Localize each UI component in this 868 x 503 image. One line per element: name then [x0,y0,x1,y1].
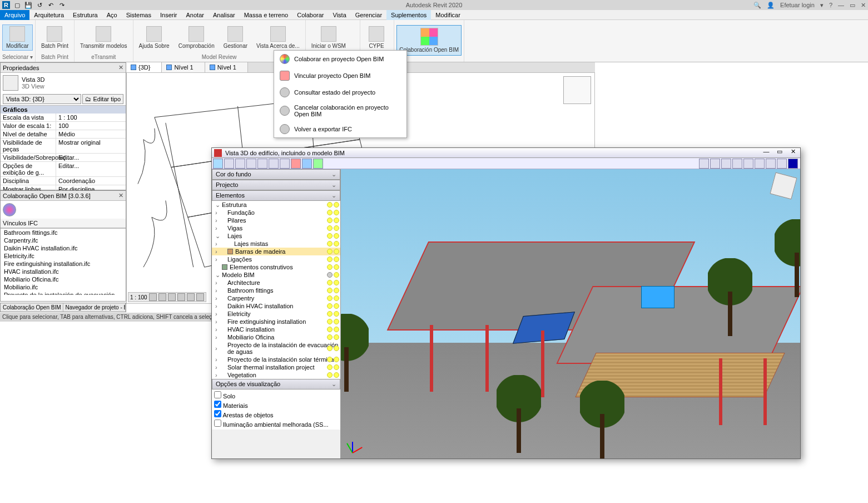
tree-node[interactable]: ›Eletricity [212,310,340,318]
login-label[interactable]: Efetuar login [780,2,815,8]
menu-anotar[interactable]: Anotar [182,10,209,20]
ifc-link-item[interactable]: HVAC installation.ifc [1,268,126,275]
tree-node[interactable]: ›Mobiliario Oficina [212,333,340,341]
home-icon[interactable] [699,159,709,169]
viewcube[interactable] [770,172,797,200]
menu-gerenciar[interactable]: Gerenciar [351,10,386,20]
snapshot-icon[interactable] [766,159,776,169]
ribbon-iniciar-o-wsm[interactable]: Iniciar o WSM [308,25,349,50]
maximize-icon[interactable]: ▭ [773,148,786,157]
tree-node[interactable]: ›Carpentry [212,294,340,302]
ribbon-modificar[interactable]: Modificar [2,24,33,51]
print-icon[interactable] [755,159,765,169]
scale-label[interactable]: 1 : 100 [130,294,147,300]
tree-node[interactable]: ›Vigas [212,224,340,232]
zoom-icon[interactable] [732,159,742,169]
redo-icon[interactable]: ↷ [58,1,66,9]
ribbon-transmitir-modelos[interactable]: Transmitir modelos [77,25,131,50]
ifc-link-item[interactable]: Eletricity.ifc [1,252,126,260]
menu-sistemas[interactable]: Sistemas [122,10,156,20]
tree-node[interactable]: ›Architecture [212,279,340,287]
ifc-link-item[interactable]: Carpentry.ifc [1,236,126,244]
close-icon[interactable]: ✕ [118,192,123,199]
tree-node[interactable]: ›Lajes mistas [212,240,340,248]
maximize-icon[interactable]: ▭ [850,2,855,9]
prop-row[interactable]: DisciplinaCoordenação [1,177,126,185]
ifc-link-item[interactable]: Fire extinguishing installation.ifc [1,260,126,268]
view-option[interactable]: Iluminação ambiental melhorada (SS... [214,419,338,428]
view-option[interactable]: Arestas de objetos [214,410,338,419]
tree-node[interactable]: ⌄Lajes [212,232,340,240]
info-icon[interactable] [224,159,234,169]
close-icon[interactable]: ✕ [118,64,123,71]
ribbon-vista-acerca-de-[interactable]: Vista Acerca de... [253,25,303,50]
zoom-extents-icon[interactable] [721,159,731,169]
visual-style-icon[interactable] [158,293,166,301]
ifc-link-item[interactable]: Mobiliario.ifc [1,283,126,291]
settings-icon[interactable] [777,159,787,169]
section-project[interactable]: Projecto⌄ [212,180,340,190]
blue-icon[interactable] [302,159,312,169]
dropdown-item[interactable]: Consultar estado del proyecto [274,84,406,101]
menu-arquitetura[interactable]: Arquitetura [29,10,68,20]
ifc-link-item[interactable]: Bathroom fittings.ifc [1,229,126,236]
open-icon[interactable]: ▢ [13,1,21,9]
prop-row[interactable]: Visibilidade de peçasMostrar original [1,139,126,154]
green-icon[interactable] [313,159,323,169]
tree-node[interactable]: ⌄Modelo BIM [212,271,340,279]
red-icon[interactable] [291,159,301,169]
menu-modificar[interactable]: Modificar [431,10,465,20]
minimize-icon[interactable]: — [838,2,844,8]
view-option[interactable]: Materiais [214,400,338,410]
section-background[interactable]: Cor do fundo⌄ [212,169,340,180]
help-icon[interactable]: ? [829,2,832,8]
menu-estrutura[interactable]: Estrutura [68,10,102,20]
ribbon-batch-print[interactable]: Batch Print [38,25,72,50]
openbim-logo-icon[interactable] [3,203,16,216]
dropdown-item[interactable]: Colaborar en proyecto Open BIM [274,51,406,67]
view-option[interactable]: Solo [214,391,338,400]
menu-suplementos[interactable]: Suplementos [386,10,431,20]
view-tab[interactable]: {3D} [126,62,162,72]
crop-region-icon[interactable] [196,293,204,301]
dropdown-item[interactable]: Volver a exportar IFC [274,121,406,137]
tab-project-browser[interactable]: Navegador de projeto - Bu... [63,303,126,312]
prop-row[interactable]: Visibilidade/Sobreposiç...Editar... [1,154,126,162]
tree-node[interactable]: ›Bathroom fittings [212,287,340,294]
ribbon-ajuda-sobre[interactable]: Ajuda Sobre [136,25,173,50]
menu-arquivo[interactable]: Arquivo [0,10,29,20]
sun-icon[interactable] [168,293,176,301]
detail-icon[interactable] [149,293,157,301]
sync-icon[interactable]: ↺ [36,1,43,9]
pan-icon[interactable] [743,159,753,169]
measure-icon[interactable] [257,159,267,169]
tree-node[interactable]: ›Fire extinguishing installation [212,318,340,326]
close-icon[interactable]: ✕ [861,2,866,9]
menu-colaborar[interactable]: Colaborar [292,10,328,20]
close-icon[interactable]: ✕ [787,148,799,157]
3d-viewport[interactable] [341,169,800,458]
tree-node[interactable]: ›Ligações [212,255,340,263]
view-tab[interactable]: Nível 1 [162,62,205,72]
view-tab[interactable]: Nível 1 [205,62,248,72]
layers-icon[interactable] [235,159,245,169]
tree-node[interactable]: ›Proyecto de la instalación solar térmic… [212,356,340,363]
section-view-options[interactable]: Opções de visualização⌄ [212,379,340,389]
instance-selector[interactable]: Vista 3D: {3D} [3,94,81,104]
shadow-icon[interactable] [177,293,185,301]
prop-row[interactable]: Nível de detalheMédio [1,130,126,139]
search-icon[interactable]: 🔍 [753,2,761,9]
edit-type-button[interactable]: 🗂 Editar tipo [82,94,123,104]
ribbon-gestionar[interactable]: Gestionar [220,25,251,50]
dropdown-item[interactable]: Cancelar colaboración en proyecto Open B… [274,101,406,121]
orbit-icon[interactable] [710,159,720,169]
menu-analisar[interactable]: Analisar [209,10,240,20]
tab-openbim[interactable]: Colaboração Open BIM [3.... [1,303,63,312]
ifc-link-item[interactable]: Daikin HVAC installation.ifc [1,244,126,252]
tree-node[interactable]: ›Vegetation [212,371,340,379]
ribbon-comprobaci-n[interactable]: Comprobación [175,25,218,50]
dropdown-item[interactable]: Vincular proyecto Open BIM [274,67,406,84]
tree-node[interactable]: ›Pilares [212,216,340,224]
tree-node[interactable]: ›HVAC installation [212,326,340,333]
prop-row[interactable]: Opções de exibição de g...Editar... [1,162,126,177]
